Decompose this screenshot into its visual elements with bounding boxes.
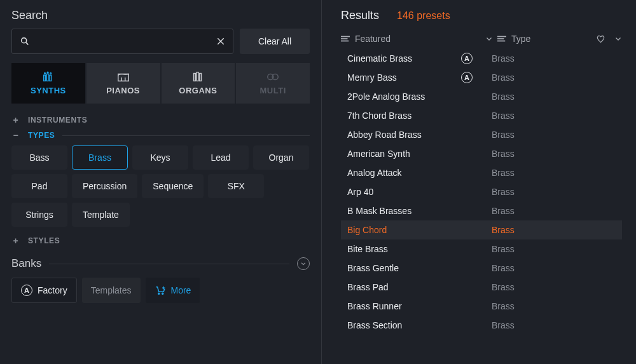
expand-icon[interactable]: + [11, 115, 20, 125]
collapse-icon[interactable]: − [11, 130, 20, 140]
preset-name: Brass Runner [347, 301, 459, 311]
preset-name: Memry Bass [347, 72, 459, 83]
preset-name: Brass Section [347, 320, 459, 330]
category-tab-synths[interactable]: SYNTHS [11, 63, 85, 104]
arturia-icon: A [461, 72, 473, 83]
preset-type: Brass [492, 149, 622, 159]
chevron-circle-icon[interactable] [297, 257, 310, 270]
svg-point-17 [158, 293, 159, 294]
type-chip-lead[interactable]: Lead [193, 145, 249, 170]
type-chip-keys[interactable]: Keys [132, 145, 188, 170]
result-row[interactable]: Brass RunnerBrass [341, 297, 622, 316]
preset-name: 2Pole Analog Brass [347, 91, 459, 102]
type-column-label[interactable]: Type [511, 34, 530, 44]
type-chip-organ[interactable]: Organ [253, 145, 309, 170]
cart-plus-icon [155, 285, 166, 295]
chevron-down-icon[interactable] [485, 35, 493, 43]
category-label: ORGANS [179, 86, 217, 95]
clear-all-button[interactable]: Clear All [240, 29, 310, 54]
results-title: Results [341, 9, 379, 22]
clear-search-icon[interactable] [216, 37, 225, 46]
bank-more[interactable]: More [146, 278, 200, 303]
heart-icon[interactable] [596, 34, 605, 43]
result-row[interactable]: Arp 40Brass [341, 182, 622, 201]
chevron-down-icon[interactable] [614, 35, 622, 43]
result-row[interactable]: Brass GentleBrass [341, 259, 622, 278]
section-types: − TYPES [11, 130, 310, 140]
section-label: TYPES [28, 131, 55, 140]
results-list: Cinematic BrassABrassMemry BassABrass2Po… [341, 49, 622, 335]
result-row[interactable]: Abbey Road BrassBrass [341, 125, 622, 144]
sort-by-label[interactable]: Featured [355, 34, 391, 44]
preset-name: Big Chord [347, 225, 459, 235]
type-chip-brass[interactable]: Brass [72, 145, 128, 170]
divider [62, 135, 310, 136]
result-row[interactable]: Brass SectionBrass [341, 316, 622, 335]
preset-name: Analog Attack [347, 168, 459, 178]
result-row[interactable]: 2Pole Analog BrassBrass [341, 87, 622, 106]
expand-icon[interactable]: + [11, 236, 20, 246]
divider [49, 264, 289, 264]
arturia-icon: A [461, 53, 473, 64]
svg-rect-5 [46, 74, 48, 81]
category-label: PIANOS [106, 86, 140, 95]
category-label: SYNTHS [31, 86, 66, 95]
svg-point-0 [22, 38, 27, 43]
preset-name: American Synth [347, 149, 459, 159]
result-row[interactable]: Memry BassABrass [341, 68, 622, 87]
svg-point-9 [50, 73, 52, 74]
banks-header: Banks [11, 257, 310, 270]
preset-type: Brass [492, 206, 622, 216]
type-chip-bass[interactable]: Bass [11, 145, 67, 170]
preset-type: Brass [492, 130, 622, 140]
results-count: 146 presets [397, 10, 450, 22]
bank-templates[interactable]: Templates [82, 278, 141, 303]
result-row[interactable]: Analog AttackBrass [341, 163, 622, 182]
type-chip-strings[interactable]: Strings [11, 203, 67, 227]
list-icon[interactable] [497, 35, 506, 43]
section-label: STYLES [28, 236, 60, 245]
preset-name: Brass Gentle [347, 263, 459, 273]
preset-type: Brass [492, 72, 622, 83]
result-row[interactable]: American SynthBrass [341, 144, 622, 163]
category-tabs: SYNTHSPIANOSORGANSMULTI [11, 63, 310, 104]
svg-point-18 [162, 293, 163, 294]
category-tab-organs[interactable]: ORGANS [162, 63, 235, 104]
type-chip-pad[interactable]: Pad [11, 174, 67, 198]
result-row[interactable]: Brass PadBrass [341, 278, 622, 297]
bank-factory[interactable]: A Factory [11, 278, 77, 303]
type-chip-percussion[interactable]: Percussion [72, 174, 137, 198]
arturia-icon: A [21, 285, 32, 296]
multi-icon [266, 71, 280, 83]
result-row[interactable]: 7th Chord BrassBrass [341, 106, 622, 125]
preset-name: Arp 40 [347, 187, 459, 197]
preset-name: Bite Brass [347, 244, 459, 254]
arturia-badge-slot: A [459, 72, 475, 83]
list-icon[interactable] [341, 35, 350, 43]
preset-type: Brass [492, 53, 622, 64]
result-row[interactable]: Big ChordBrass [341, 220, 622, 239]
search-input[interactable] [36, 36, 210, 46]
svg-rect-6 [50, 75, 52, 81]
result-row[interactable]: Cinematic BrassABrass [341, 49, 622, 68]
preset-name: Abbey Road Brass [347, 130, 459, 140]
result-row[interactable]: Bite BrassBrass [341, 239, 622, 259]
type-chip-sfx[interactable]: SFX [208, 174, 264, 198]
svg-point-7 [44, 73, 45, 74]
svg-point-8 [47, 72, 48, 73]
preset-type: Brass [492, 282, 622, 292]
type-chip-template[interactable]: Template [72, 203, 130, 227]
category-tab-pianos[interactable]: PIANOS [86, 63, 160, 104]
results-panel: Results 146 presets Featured Type [321, 0, 636, 364]
type-chip-sequence[interactable]: Sequence [142, 174, 204, 198]
preset-type: Brass [492, 111, 622, 121]
search-field[interactable] [11, 29, 233, 54]
results-column-headers: Featured Type [341, 31, 622, 49]
section-instruments: + INSTRUMENTS [11, 115, 310, 125]
preset-type: Brass [492, 187, 622, 197]
result-row[interactable]: B Mask BrassesBrass [341, 201, 622, 220]
preset-type: Brass [492, 244, 622, 254]
svg-rect-14 [200, 74, 202, 81]
category-tab-multi: MULTI [236, 63, 310, 104]
types-grid: BassBrassKeysLeadOrganPadPercussionSeque… [11, 145, 310, 227]
